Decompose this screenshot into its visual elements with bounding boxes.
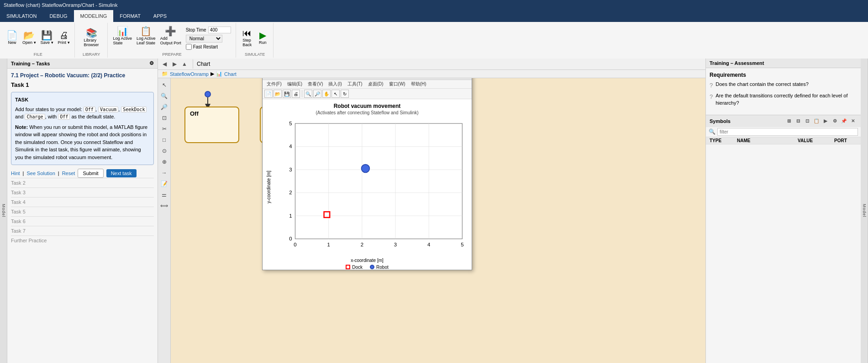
menu-desktop[interactable]: 桌面(D) — [366, 80, 386, 88]
hint-link[interactable]: Hint — [11, 171, 20, 176]
file-buttons: 📄 New 📂 Open ▾ 💾 Save ▾ 🖨 Print ▾ — [5, 24, 72, 51]
tab-modeling[interactable]: MODELING — [74, 10, 114, 22]
robot-legend-icon — [370, 265, 374, 269]
svg-rect-1 — [295, 123, 462, 239]
add-output-port-button[interactable]: ➕ AddOutput Port — [158, 26, 183, 46]
plot-svg: 0 1 2 3 4 5 0 1 2 — [272, 117, 468, 257]
open-button[interactable]: 📂 Open ▾ — [21, 30, 38, 46]
sym-btn-6[interactable]: ⚙ — [831, 117, 839, 125]
fig-pan[interactable]: ✋ — [322, 90, 331, 98]
task3-item[interactable]: Task 3 — [11, 187, 154, 197]
fast-restart-checkbox[interactable] — [186, 44, 192, 50]
reset-link[interactable]: Reset — [62, 171, 75, 176]
task2-item[interactable]: Task 2 — [11, 178, 154, 187]
fig-save-btn[interactable]: 💾 — [283, 90, 291, 98]
fig-zoom-out[interactable]: 🔎 — [313, 90, 321, 98]
state-off: Off — [84, 107, 95, 112]
breadcrumb-item2[interactable]: Chart — [224, 71, 237, 77]
menu-edit[interactable]: 编辑(E) — [285, 80, 305, 88]
tab-simulation[interactable]: SIMULATION — [0, 10, 43, 22]
symbols-filter-input[interactable] — [717, 128, 858, 136]
step-back-button[interactable]: ⏮ StepBack — [240, 27, 254, 48]
zoom-in-tool[interactable]: 🔍 — [159, 91, 169, 101]
save-button[interactable]: 💾 Save ▾ — [39, 30, 55, 46]
menu-view[interactable]: 查看(V) — [305, 80, 325, 88]
fig-cursor[interactable]: ↖ — [331, 90, 340, 98]
state-tool[interactable]: □ — [159, 135, 169, 145]
canvas-body: ↖ 🔍 🔎 ⊡ ✂ □ ⊙ ⊕ → 📝 ⚌ ⟺ — [158, 78, 705, 363]
pan-tool[interactable]: ✂ — [159, 124, 169, 134]
left-sidebar-tab[interactable]: Model — [0, 59, 7, 363]
library-buttons: 📚 LibraryBrowser — [79, 24, 105, 51]
task5-item[interactable]: Task 5 — [11, 207, 154, 216]
right-panel-header: Training – Assessment — [706, 59, 861, 68]
log-active-leaf-button[interactable]: 📋 Log ActiveLeaf State — [135, 26, 158, 46]
zoom-out-tool[interactable]: 🔎 — [159, 102, 169, 112]
submit-button[interactable]: Submit — [78, 169, 103, 178]
robot-legend: Robot — [370, 265, 389, 270]
fig-open-btn[interactable]: 📂 — [274, 90, 282, 98]
next-task-button[interactable]: Next task — [106, 169, 137, 177]
tab-format[interactable]: FORMAT — [113, 10, 147, 22]
menu-insert[interactable]: 插入(I) — [326, 80, 344, 88]
menu-file[interactable]: 文件(F) — [264, 80, 284, 88]
state-off[interactable]: Off — [184, 107, 239, 143]
junction-tool[interactable]: ⊕ — [159, 157, 169, 167]
see-solution-link[interactable]: See Solution — [26, 171, 55, 176]
svg-text:0: 0 — [289, 236, 292, 241]
library-browser-button[interactable]: 📚 LibraryBrowser — [82, 27, 101, 48]
svg-text:4: 4 — [289, 144, 292, 149]
stateflow-canvas[interactable]: Off Vacuum SeekDock Charge — [171, 78, 705, 363]
state-charge: Charge — [25, 114, 45, 120]
align-tool[interactable]: ⚌ — [159, 190, 169, 200]
note-tool[interactable]: 📝 — [159, 179, 169, 189]
log-active-leaf-icon: 📋 — [140, 27, 152, 36]
stop-time-input[interactable] — [208, 27, 231, 33]
forward-button[interactable]: ▶ — [170, 59, 179, 69]
print-button[interactable]: 🖨 Print ▾ — [56, 30, 72, 46]
menu-tools[interactable]: 工具(T) — [345, 80, 365, 88]
task7-item[interactable]: Task 7 — [11, 226, 154, 235]
task6-item[interactable]: Task 6 — [11, 216, 154, 226]
fig-print-btn[interactable]: 🖨 — [292, 90, 300, 98]
new-button[interactable]: 📄 New — [5, 30, 20, 46]
svg-text:5: 5 — [461, 242, 463, 247]
sym-close[interactable]: ✕ — [849, 117, 857, 125]
sym-btn-1[interactable]: ⊞ — [785, 117, 793, 125]
breadcrumb-item1[interactable]: StateflowOnramp — [170, 71, 209, 77]
sym-pin[interactable]: 📌 — [840, 117, 848, 125]
further-practice-item[interactable]: Further Practice — [11, 235, 154, 245]
fit-tool[interactable]: ⊡ — [159, 113, 169, 123]
svg-text:2: 2 — [289, 190, 292, 195]
sim-mode-select[interactable]: Normal — [186, 35, 222, 43]
log-active-state-button[interactable]: 📊 Log ActiveState — [111, 26, 134, 46]
history-tool[interactable]: ⊙ — [159, 146, 169, 156]
sym-btn-2[interactable]: ⊟ — [794, 117, 802, 125]
requirement-1: ? Does the chart contain the correct sta… — [710, 81, 857, 90]
select-tool[interactable]: ↖ — [159, 80, 169, 90]
menu-help[interactable]: 帮助(H) — [409, 80, 429, 88]
ribbon-tabs: SIMULATION DEBUG MODELING FORMAT APPS — [0, 10, 868, 22]
sym-btn-5[interactable]: ▶ — [821, 117, 830, 125]
new-icon: 📄 — [6, 31, 18, 40]
fig-rotate[interactable]: ↻ — [341, 90, 349, 98]
right-sidebar-tab[interactable]: Model — [861, 59, 868, 363]
sym-btn-3[interactable]: ⊡ — [803, 117, 811, 125]
tab-apps[interactable]: APPS — [147, 10, 173, 22]
back-button[interactable]: ◀ — [160, 59, 169, 69]
fig-new-btn[interactable]: 📄 — [264, 90, 273, 98]
prepare-buttons: 📊 Log ActiveState 📋 Log ActiveLeaf State… — [111, 24, 233, 51]
task4-item[interactable]: Task 4 — [11, 197, 154, 207]
spacer-tool[interactable]: ⟺ — [159, 201, 169, 211]
menu-window[interactable]: 窗口(W) — [387, 80, 408, 88]
canvas-toolbar: ◀ ▶ ▲ Chart — [158, 59, 705, 70]
run-button[interactable]: ▶ Run — [255, 30, 270, 46]
tab-debug[interactable]: DEBUG — [43, 10, 74, 22]
requirement-2: ? Are the default transitions correctly … — [710, 92, 857, 107]
fig-zoom-in[interactable]: 🔍 — [304, 90, 312, 98]
requirement-text-1: Does the chart contain the correct state… — [715, 81, 809, 88]
transition-tool[interactable]: → — [159, 168, 169, 178]
symbols-section: Symbols ⊞ ⊟ ⊡ 📋 ▶ ⚙ 📌 ✕ 🔍 TYPE NAME — [706, 115, 861, 144]
sym-btn-4[interactable]: 📋 — [812, 117, 821, 125]
up-button[interactable]: ▲ — [180, 59, 189, 69]
